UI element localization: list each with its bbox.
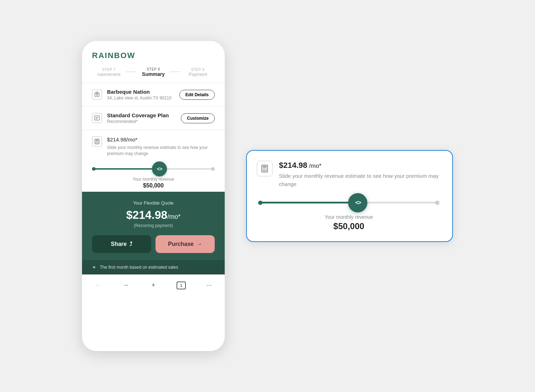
slider-track: <> [92,168,215,170]
business-body: Barbeque Nation 34, Lake view st, Austin… [107,89,174,100]
footer-note-text: The first month based on estimated sales [100,265,178,270]
business-section: Barbeque Nation 34, Lake view st, Austin… [82,83,225,107]
slider-revenue-value: $50,000 [92,182,215,189]
svg-rect-12 [97,143,97,143]
svg-rect-7 [96,140,98,141]
svg-rect-11 [96,143,96,143]
svg-rect-10 [98,141,98,142]
phone-shell: RAINBOW STEP 7 nancement STEP 8 Summary … [82,41,225,351]
popup-slider-container[interactable]: <> [258,198,439,207]
popup-revenue-title: Your monthly revenue [257,214,441,220]
popup-revenue-value: $50,000 [257,221,441,231]
plus-icon: + [152,282,156,289]
popup-card: $214.98 /mo* Slide your monthly revenue … [246,150,453,242]
more-icon: ··· [206,282,212,289]
steps-bar: STEP 7 nancement STEP 8 Summary STEP 9 P… [82,60,225,83]
svg-rect-16 [263,169,264,170]
star-icon: ✦ [92,264,96,270]
business-icon [92,89,102,99]
slider-dot-left [92,167,96,171]
popup-calculator-icon [257,161,272,176]
quote-recurring: (Recurring payment) [92,223,215,228]
popup-amount-line: $214.98 /mo* [279,161,441,170]
phone-header: RAINBOW [82,41,225,60]
quote-amount: $214.98/mo* [92,208,215,222]
slider-revenue-label: Your monthly revenue [92,177,215,182]
slider-label: Your monthly revenue $50,000 [92,177,215,189]
popup-top: $214.98 /mo* Slide your monthly revenue … [257,161,441,188]
brand-logo: RAINBOW [92,51,215,60]
purchase-button[interactable]: Purchase → [156,235,215,253]
tab-icon: 1 [177,282,186,289]
popup-unit: /mo* [307,163,322,169]
share-icon: ⤴ [129,241,132,247]
pricing-section: $214.98/mo* Slide your monthly revenue e… [82,130,225,157]
step-9-label: Payment [189,72,207,77]
svg-rect-21 [266,170,267,171]
popup-text: $214.98 /mo* Slide your monthly revenue … [279,161,441,188]
svg-rect-13 [98,143,98,143]
svg-rect-8 [96,141,96,142]
step-divider-2 [170,72,181,72]
svg-rect-15 [263,166,267,167]
slider-dot-right [211,167,215,171]
popup-description: Slide your monthly revenue estimate to s… [279,172,441,188]
step-9: STEP 9 Payment [181,68,215,77]
customize-button[interactable]: Customize [181,113,215,123]
popup-dot-right [435,201,439,205]
footer-note: ✦ The first month based on estimated sal… [82,260,225,274]
calculator-icon [92,136,102,146]
forward-icon: → [122,282,129,289]
quote-buttons: Share ⤴ Purchase → [92,235,215,253]
more-button[interactable]: ··· [203,280,215,291]
back-icon: ← [95,282,101,289]
popup-slider-thumb[interactable]: <> [348,193,367,212]
popup-slider-fill [258,202,358,203]
slider-thumb[interactable]: <> [152,161,167,176]
step-7-label: nancement [97,72,120,77]
business-address: 34, Lake view st, Austin TX 90210 [107,96,174,100]
revenue-slider-container[interactable]: <> Your monthly revenue $50,000 [82,157,225,192]
business-name: Barbeque Nation [107,89,174,95]
svg-rect-20 [264,170,265,171]
step-8-label: Summary [142,71,165,77]
coverage-icon [92,113,102,123]
forward-button[interactable]: → [120,280,131,291]
popup-arrows-icon: <> [355,200,361,206]
popup-price: $214.98 [279,161,307,170]
svg-rect-19 [263,170,264,171]
svg-rect-9 [97,141,97,142]
share-button[interactable]: Share ⤴ [92,235,151,253]
edit-details-button[interactable]: Edit Details [179,90,215,100]
svg-rect-18 [266,169,267,170]
slider-fill [92,168,159,170]
browser-nav: ← → + 1 ··· [82,274,225,296]
svg-rect-17 [264,169,265,170]
step-divider-1 [126,72,137,72]
pricing-description: Slide your monthly revenue estimate to s… [107,145,215,157]
step-7: STEP 7 nancement [92,68,126,77]
back-button[interactable]: ← [92,280,103,291]
coverage-body: Standard Coverage Plan Recommended* [107,112,176,124]
pricing-amount: $214.98/mo* [107,136,215,143]
coverage-section: Standard Coverage Plan Recommended* Cust… [82,107,225,130]
coverage-plan: Standard Coverage Plan [107,112,176,118]
add-button[interactable]: + [148,280,159,291]
phone-content: RAINBOW STEP 7 nancement STEP 8 Summary … [82,41,225,351]
coverage-note: Recommended* [107,119,176,124]
svg-point-1 [96,94,98,96]
popup-slider-track: <> [258,202,439,203]
step-9-number: STEP 9 [191,68,204,72]
slider-arrows-icon: <> [157,166,162,172]
step-8-number: STEP 8 [147,67,160,71]
step-7-number: STEP 7 [102,68,116,72]
tab-button[interactable]: 1 [175,280,187,291]
popup-dot-left [258,201,263,205]
step-8: STEP 8 Summary [137,67,170,77]
pricing-body: $214.98/mo* Slide your monthly revenue e… [107,136,215,157]
popup-revenue-label: Your monthly revenue $50,000 [257,214,441,231]
quote-section: Your Flexible Quote $214.98/mo* (Recurri… [82,192,225,260]
arrow-right-icon: → [197,241,202,247]
quote-label: Your Flexible Quote [92,200,215,206]
